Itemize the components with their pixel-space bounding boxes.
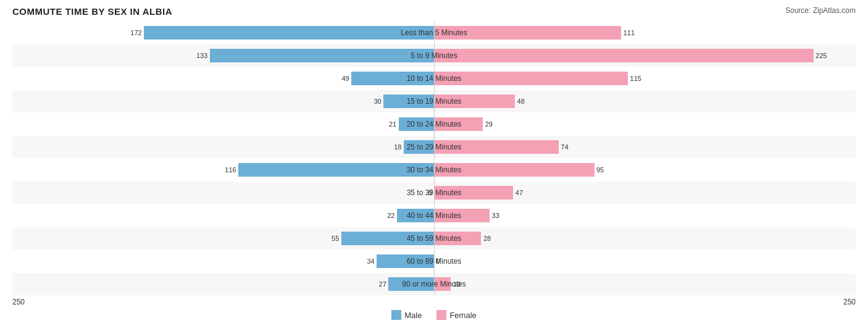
- val-male: 49: [341, 75, 349, 82]
- bar-female: [434, 49, 814, 62]
- val-female: 28: [483, 235, 491, 242]
- val-female: 225: [816, 52, 827, 59]
- chart-area: 172Less than 5 Minutes1111335 to 9 Minut…: [12, 22, 856, 320]
- bar-female: [434, 277, 451, 291]
- legend-male-label: Male: [404, 311, 422, 320]
- bar-male: [377, 254, 434, 268]
- legend: Male Female: [12, 310, 856, 320]
- val-female: 33: [492, 212, 499, 219]
- bar-male: [341, 232, 434, 245]
- bar-female: [434, 140, 559, 154]
- bar-male: [351, 72, 434, 85]
- legend-female: Female: [436, 310, 476, 320]
- val-female: 111: [624, 29, 635, 36]
- legend-female-box: [436, 310, 446, 320]
- val-male: 55: [332, 235, 339, 242]
- val-male: 27: [379, 280, 386, 288]
- bar-female: [434, 163, 595, 177]
- legend-male-box: [391, 310, 401, 320]
- bar-male: [144, 26, 434, 40]
- val-male: 133: [196, 52, 207, 59]
- bar-male: [399, 117, 434, 131]
- legend-male: Male: [391, 310, 422, 320]
- bar-female: [434, 94, 515, 108]
- bar-male: [404, 140, 434, 154]
- val-male: 18: [394, 143, 401, 151]
- val-female: 48: [517, 98, 525, 105]
- bar-female: [434, 186, 513, 199]
- val-female: 10: [453, 280, 461, 288]
- val-male: 21: [389, 120, 396, 128]
- bar-male: [397, 209, 434, 222]
- val-female: 29: [485, 120, 493, 128]
- chart-rows-wrapper: 172Less than 5 Minutes1111335 to 9 Minut…: [12, 22, 856, 295]
- bar-female: [434, 72, 628, 85]
- axis-right: 250: [843, 298, 856, 306]
- bar-male: [210, 49, 434, 62]
- bar-male: [388, 277, 434, 291]
- val-male: 22: [387, 212, 394, 219]
- bar-female: [434, 232, 481, 245]
- val-male: 116: [225, 166, 236, 174]
- val-female: 115: [630, 75, 641, 82]
- axis-row: 250 250: [12, 298, 856, 306]
- val-female: 0: [436, 258, 440, 265]
- val-male: 0: [428, 189, 432, 196]
- axis-left: 250: [12, 298, 25, 306]
- bar-female: [434, 209, 490, 222]
- chart-source: Source: ZipAtlas.com: [785, 6, 856, 15]
- center-line: [434, 22, 435, 295]
- chart-title: COMMUTE TIME BY SEX IN ALBIA: [12, 6, 172, 17]
- val-male: 172: [130, 29, 141, 36]
- val-female: 74: [561, 143, 569, 151]
- val-male: 30: [373, 98, 381, 105]
- bar-female: [434, 26, 621, 40]
- bar-male: [383, 94, 434, 108]
- legend-female-label: Female: [449, 311, 476, 320]
- chart-header: COMMUTE TIME BY SEX IN ALBIA Source: Zip…: [12, 6, 856, 17]
- val-female: 95: [596, 166, 604, 174]
- bar-male: [238, 163, 434, 177]
- val-female: 47: [515, 189, 523, 196]
- val-male: 34: [367, 258, 374, 265]
- bar-female: [434, 117, 483, 131]
